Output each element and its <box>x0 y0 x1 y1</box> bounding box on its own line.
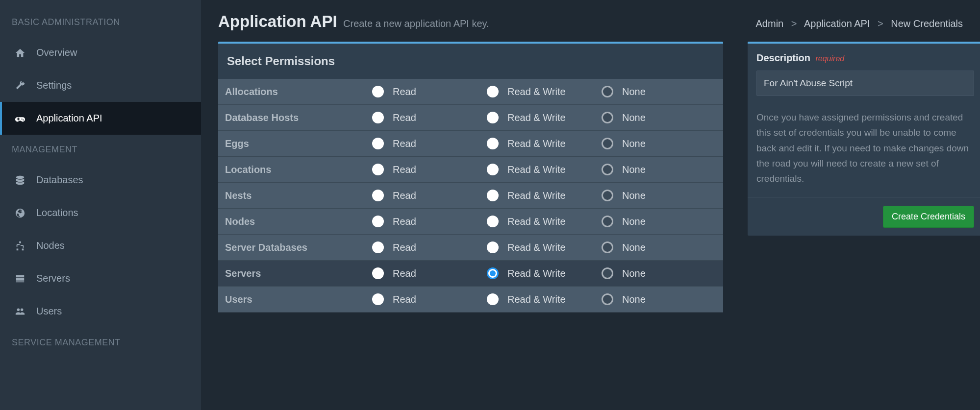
page-title: Application API <box>218 12 337 30</box>
radio-icon[interactable] <box>372 138 384 149</box>
permission-option-read_write[interactable]: Read & Write <box>487 267 602 279</box>
permission-row: AllocationsReadRead & WriteNone <box>218 79 723 105</box>
permission-option-label: Read <box>393 86 416 97</box>
sidebar-heading-service: SERVICE MANAGEMENT <box>0 328 201 357</box>
sidebar-item-label: Overview <box>36 47 77 58</box>
radio-icon[interactable] <box>602 293 613 305</box>
permission-option-read[interactable]: Read <box>372 241 487 253</box>
radio-icon[interactable] <box>602 190 613 201</box>
globe-icon <box>14 208 26 218</box>
radio-icon[interactable] <box>372 112 384 123</box>
permission-option-none[interactable]: None <box>602 190 716 201</box>
users-icon <box>14 306 26 317</box>
permission-option-none[interactable]: None <box>602 216 716 227</box>
sidebar-item-application-api[interactable]: Application API <box>0 102 201 135</box>
permission-option-none[interactable]: None <box>602 267 716 279</box>
permission-option-none[interactable]: None <box>602 293 716 305</box>
sidebar-item-label: Nodes <box>36 240 65 251</box>
radio-icon[interactable] <box>487 267 499 279</box>
permission-option-label: None <box>622 294 646 305</box>
sidebar-item-label: Settings <box>36 80 72 91</box>
permission-option-read_write[interactable]: Read & Write <box>487 216 602 227</box>
permission-option-read[interactable]: Read <box>372 138 487 149</box>
permission-name: Nodes <box>225 216 372 227</box>
permission-option-label: None <box>622 216 646 227</box>
breadcrumb-admin[interactable]: Admin <box>756 18 784 29</box>
permission-option-none[interactable]: None <box>602 241 716 253</box>
permission-row: EggsReadRead & WriteNone <box>218 131 723 157</box>
permissions-table: AllocationsReadRead & WriteNoneDatabase … <box>218 79 723 313</box>
radio-icon[interactable] <box>487 112 499 123</box>
permission-option-read[interactable]: Read <box>372 164 487 175</box>
permission-option-none[interactable]: None <box>602 138 716 149</box>
permission-option-read[interactable]: Read <box>372 112 487 123</box>
radio-icon[interactable] <box>487 216 499 227</box>
radio-icon[interactable] <box>372 216 384 227</box>
permission-option-read[interactable]: Read <box>372 293 487 305</box>
permission-option-none[interactable]: None <box>602 112 716 123</box>
permission-option-read[interactable]: Read <box>372 86 487 97</box>
sidebar-item-settings[interactable]: Settings <box>0 69 201 102</box>
radio-icon[interactable] <box>602 267 613 279</box>
sidebar-item-overview[interactable]: Overview <box>0 36 201 69</box>
sidebar-item-servers[interactable]: Servers <box>0 262 201 295</box>
radio-icon[interactable] <box>602 241 613 253</box>
permission-option-label: Read & Write <box>507 242 566 253</box>
radio-icon[interactable] <box>487 138 499 149</box>
create-credentials-button[interactable]: Create Credentials <box>883 206 974 228</box>
radio-icon[interactable] <box>487 164 499 175</box>
permission-option-read[interactable]: Read <box>372 190 487 201</box>
radio-icon[interactable] <box>372 164 384 175</box>
radio-icon[interactable] <box>487 190 499 201</box>
sidebar-heading-basic: BASIC ADMINISTRATION <box>0 7 201 36</box>
sidebar-heading-management: MANAGEMENT <box>0 135 201 164</box>
permission-option-read[interactable]: Read <box>372 267 487 279</box>
permission-option-read_write[interactable]: Read & Write <box>487 164 602 175</box>
permission-row: Server DatabasesReadRead & WriteNone <box>218 235 723 261</box>
sidebar-item-nodes[interactable]: Nodes <box>0 229 201 262</box>
radio-icon[interactable] <box>372 267 384 279</box>
description-input[interactable] <box>756 71 974 96</box>
permission-option-read_write[interactable]: Read & Write <box>487 138 602 149</box>
permission-option-label: Read & Write <box>507 216 566 227</box>
sidebar-item-databases[interactable]: Databases <box>0 164 201 196</box>
permission-option-label: Read & Write <box>507 268 566 279</box>
radio-icon[interactable] <box>602 86 613 97</box>
permission-name: Locations <box>225 164 372 175</box>
radio-icon[interactable] <box>372 86 384 97</box>
radio-icon[interactable] <box>372 293 384 305</box>
radio-icon[interactable] <box>602 216 613 227</box>
permission-option-label: Read <box>393 138 416 149</box>
permission-option-none[interactable]: None <box>602 164 716 175</box>
description-help-text: Once you have assigned permissions and c… <box>756 110 974 187</box>
permission-row: LocationsReadRead & WriteNone <box>218 157 723 183</box>
radio-icon[interactable] <box>487 293 499 305</box>
radio-icon[interactable] <box>372 190 384 201</box>
permission-option-label: None <box>622 112 646 123</box>
permission-option-label: Read <box>393 242 416 253</box>
permission-option-label: None <box>622 242 646 253</box>
permission-option-read_write[interactable]: Read & Write <box>487 241 602 253</box>
radio-icon[interactable] <box>602 164 613 175</box>
permission-option-label: None <box>622 138 646 149</box>
permission-option-read_write[interactable]: Read & Write <box>487 86 602 97</box>
permission-option-label: Read <box>393 268 416 279</box>
radio-icon[interactable] <box>487 241 499 253</box>
radio-icon[interactable] <box>602 138 613 149</box>
permission-option-read_write[interactable]: Read & Write <box>487 293 602 305</box>
sidebar-item-users[interactable]: Users <box>0 295 201 328</box>
permission-option-label: Read <box>393 294 416 305</box>
sidebar-item-locations[interactable]: Locations <box>0 196 201 229</box>
breadcrumb-app-api[interactable]: Application API <box>804 18 870 29</box>
radio-icon[interactable] <box>372 241 384 253</box>
permission-option-read_write[interactable]: Read & Write <box>487 112 602 123</box>
permission-option-read_write[interactable]: Read & Write <box>487 190 602 201</box>
permissions-panel-title: Select Permissions <box>218 44 723 79</box>
radio-icon[interactable] <box>487 86 499 97</box>
radio-icon[interactable] <box>602 112 613 123</box>
permission-option-read[interactable]: Read <box>372 216 487 227</box>
permission-option-label: Read <box>393 216 416 227</box>
permission-name: Nests <box>225 190 372 201</box>
permission-option-none[interactable]: None <box>602 86 716 97</box>
page-subtitle: Create a new application API key. <box>343 18 489 29</box>
